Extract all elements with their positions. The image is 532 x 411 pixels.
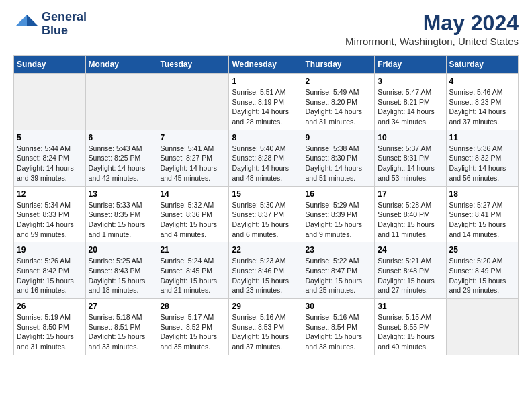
calendar-table: SundayMondayTuesdayWednesdayThursdayFrid… bbox=[13, 55, 519, 355]
day-number: 30 bbox=[305, 302, 371, 311]
calendar-cell: 24Sunrise: 5:21 AM Sunset: 8:48 PM Dayli… bbox=[375, 242, 446, 299]
calendar-cell bbox=[157, 74, 229, 130]
day-info: Sunrise: 5:49 AM Sunset: 8:20 PM Dayligh… bbox=[305, 87, 371, 127]
day-number: 22 bbox=[232, 245, 299, 255]
calendar-week-2: 5Sunrise: 5:44 AM Sunset: 8:24 PM Daylig… bbox=[14, 130, 519, 186]
day-info: Sunrise: 5:17 AM Sunset: 8:52 PM Dayligh… bbox=[160, 312, 226, 352]
day-info: Sunrise: 5:43 AM Sunset: 8:25 PM Dayligh… bbox=[89, 144, 154, 183]
day-number: 27 bbox=[89, 302, 154, 311]
day-number: 5 bbox=[17, 133, 83, 142]
day-info: Sunrise: 5:44 AM Sunset: 8:24 PM Dayligh… bbox=[17, 144, 83, 183]
day-info: Sunrise: 5:23 AM Sunset: 8:46 PM Dayligh… bbox=[232, 256, 299, 295]
logo: General Blue bbox=[13, 11, 87, 38]
day-number: 15 bbox=[232, 189, 299, 199]
day-info: Sunrise: 5:46 AM Sunset: 8:23 PM Dayligh… bbox=[449, 87, 515, 127]
calendar-cell: 19Sunrise: 5:26 AM Sunset: 8:42 PM Dayli… bbox=[14, 242, 86, 299]
day-number: 26 bbox=[17, 302, 83, 311]
day-number: 23 bbox=[305, 245, 371, 255]
calendar-cell: 22Sunrise: 5:23 AM Sunset: 8:46 PM Dayli… bbox=[229, 242, 302, 299]
day-number: 3 bbox=[378, 77, 443, 86]
day-info: Sunrise: 5:27 AM Sunset: 8:41 PM Dayligh… bbox=[449, 200, 515, 240]
page: General Blue May 2024 Mirrormont, Washin… bbox=[0, 0, 532, 366]
calendar-cell: 16Sunrise: 5:29 AM Sunset: 8:39 PM Dayli… bbox=[302, 186, 375, 242]
col-header-wednesday: Wednesday bbox=[229, 56, 302, 74]
calendar-cell: 30Sunrise: 5:16 AM Sunset: 8:54 PM Dayli… bbox=[302, 299, 375, 355]
calendar-cell: 17Sunrise: 5:28 AM Sunset: 8:40 PM Dayli… bbox=[375, 186, 446, 242]
calendar-cell: 13Sunrise: 5:33 AM Sunset: 8:35 PM Dayli… bbox=[85, 186, 157, 242]
col-header-thursday: Thursday bbox=[302, 56, 375, 74]
day-info: Sunrise: 5:20 AM Sunset: 8:49 PM Dayligh… bbox=[449, 256, 515, 295]
day-info: Sunrise: 5:34 AM Sunset: 8:33 PM Dayligh… bbox=[17, 200, 83, 240]
day-number: 31 bbox=[378, 302, 443, 311]
calendar-cell: 10Sunrise: 5:37 AM Sunset: 8:31 PM Dayli… bbox=[375, 130, 446, 186]
location-subtitle: Mirrormont, Washington, United States bbox=[345, 36, 519, 47]
day-info: Sunrise: 5:41 AM Sunset: 8:27 PM Dayligh… bbox=[160, 144, 226, 183]
calendar-cell: 23Sunrise: 5:22 AM Sunset: 8:47 PM Dayli… bbox=[302, 242, 375, 299]
day-number: 11 bbox=[449, 133, 515, 142]
day-number: 2 bbox=[305, 77, 371, 86]
calendar-cell: 31Sunrise: 5:15 AM Sunset: 8:55 PM Dayli… bbox=[375, 299, 446, 355]
day-info: Sunrise: 5:51 AM Sunset: 8:19 PM Dayligh… bbox=[232, 87, 299, 127]
col-header-sunday: Sunday bbox=[14, 56, 86, 74]
day-number: 8 bbox=[232, 133, 299, 142]
calendar-cell: 4Sunrise: 5:46 AM Sunset: 8:23 PM Daylig… bbox=[446, 74, 518, 130]
calendar-cell: 15Sunrise: 5:30 AM Sunset: 8:37 PM Dayli… bbox=[229, 186, 302, 242]
day-number: 19 bbox=[17, 245, 83, 255]
calendar-cell: 29Sunrise: 5:16 AM Sunset: 8:53 PM Dayli… bbox=[229, 299, 302, 355]
day-number: 13 bbox=[89, 189, 154, 199]
day-info: Sunrise: 5:33 AM Sunset: 8:35 PM Dayligh… bbox=[89, 200, 154, 240]
calendar-cell bbox=[85, 74, 157, 130]
calendar-cell: 7Sunrise: 5:41 AM Sunset: 8:27 PM Daylig… bbox=[157, 130, 229, 186]
day-info: Sunrise: 5:32 AM Sunset: 8:36 PM Dayligh… bbox=[160, 200, 226, 240]
col-header-saturday: Saturday bbox=[446, 56, 518, 74]
day-info: Sunrise: 5:36 AM Sunset: 8:32 PM Dayligh… bbox=[449, 144, 515, 183]
day-info: Sunrise: 5:28 AM Sunset: 8:40 PM Dayligh… bbox=[378, 200, 443, 240]
logo-line1: General bbox=[42, 11, 87, 24]
day-number: 20 bbox=[89, 245, 154, 255]
day-info: Sunrise: 5:16 AM Sunset: 8:53 PM Dayligh… bbox=[232, 312, 299, 352]
calendar-week-5: 26Sunrise: 5:19 AM Sunset: 8:50 PM Dayli… bbox=[14, 299, 519, 355]
calendar-cell: 11Sunrise: 5:36 AM Sunset: 8:32 PM Dayli… bbox=[446, 130, 518, 186]
calendar-cell: 9Sunrise: 5:38 AM Sunset: 8:30 PM Daylig… bbox=[302, 130, 375, 186]
calendar-cell: 3Sunrise: 5:47 AM Sunset: 8:21 PM Daylig… bbox=[375, 74, 446, 130]
svg-rect-3 bbox=[13, 27, 38, 36]
day-number: 17 bbox=[378, 189, 443, 199]
calendar-cell: 21Sunrise: 5:24 AM Sunset: 8:45 PM Dayli… bbox=[157, 242, 229, 299]
day-number: 24 bbox=[378, 245, 443, 255]
calendar-cell: 20Sunrise: 5:25 AM Sunset: 8:43 PM Dayli… bbox=[85, 242, 157, 299]
calendar-week-1: 1Sunrise: 5:51 AM Sunset: 8:19 PM Daylig… bbox=[14, 74, 519, 130]
calendar-cell: 1Sunrise: 5:51 AM Sunset: 8:19 PM Daylig… bbox=[229, 74, 302, 130]
generalblue-logo-icon bbox=[13, 12, 38, 36]
calendar-cell: 2Sunrise: 5:49 AM Sunset: 8:20 PM Daylig… bbox=[302, 74, 375, 130]
day-info: Sunrise: 5:38 AM Sunset: 8:30 PM Dayligh… bbox=[305, 144, 371, 183]
day-info: Sunrise: 5:30 AM Sunset: 8:37 PM Dayligh… bbox=[232, 200, 299, 240]
header: General Blue May 2024 Mirrormont, Washin… bbox=[13, 11, 519, 47]
calendar-cell: 26Sunrise: 5:19 AM Sunset: 8:50 PM Dayli… bbox=[14, 299, 86, 355]
day-info: Sunrise: 5:37 AM Sunset: 8:31 PM Dayligh… bbox=[378, 144, 443, 183]
day-number: 25 bbox=[449, 245, 515, 255]
day-info: Sunrise: 5:26 AM Sunset: 8:42 PM Dayligh… bbox=[17, 256, 83, 295]
day-number: 29 bbox=[232, 302, 299, 311]
day-number: 10 bbox=[378, 133, 443, 142]
col-header-friday: Friday bbox=[375, 56, 446, 74]
day-number: 9 bbox=[305, 133, 371, 142]
calendar-cell: 18Sunrise: 5:27 AM Sunset: 8:41 PM Dayli… bbox=[446, 186, 518, 242]
logo-text: General Blue bbox=[42, 11, 87, 38]
calendar-cell bbox=[446, 299, 518, 355]
calendar-week-3: 12Sunrise: 5:34 AM Sunset: 8:33 PM Dayli… bbox=[14, 186, 519, 242]
day-info: Sunrise: 5:24 AM Sunset: 8:45 PM Dayligh… bbox=[160, 256, 226, 295]
calendar-cell: 27Sunrise: 5:18 AM Sunset: 8:51 PM Dayli… bbox=[85, 299, 157, 355]
calendar-cell: 5Sunrise: 5:44 AM Sunset: 8:24 PM Daylig… bbox=[14, 130, 86, 186]
day-number: 6 bbox=[89, 133, 154, 142]
calendar-week-4: 19Sunrise: 5:26 AM Sunset: 8:42 PM Dayli… bbox=[14, 242, 519, 299]
calendar-cell: 12Sunrise: 5:34 AM Sunset: 8:33 PM Dayli… bbox=[14, 186, 86, 242]
day-info: Sunrise: 5:16 AM Sunset: 8:54 PM Dayligh… bbox=[305, 312, 371, 352]
calendar-header-row: SundayMondayTuesdayWednesdayThursdayFrid… bbox=[14, 56, 519, 74]
day-info: Sunrise: 5:21 AM Sunset: 8:48 PM Dayligh… bbox=[378, 256, 443, 295]
day-info: Sunrise: 5:22 AM Sunset: 8:47 PM Dayligh… bbox=[305, 256, 371, 295]
day-info: Sunrise: 5:29 AM Sunset: 8:39 PM Dayligh… bbox=[305, 200, 371, 240]
day-info: Sunrise: 5:40 AM Sunset: 8:28 PM Dayligh… bbox=[232, 144, 299, 183]
calendar-cell: 6Sunrise: 5:43 AM Sunset: 8:25 PM Daylig… bbox=[85, 130, 157, 186]
day-info: Sunrise: 5:15 AM Sunset: 8:55 PM Dayligh… bbox=[378, 312, 443, 352]
day-number: 1 bbox=[232, 77, 299, 86]
